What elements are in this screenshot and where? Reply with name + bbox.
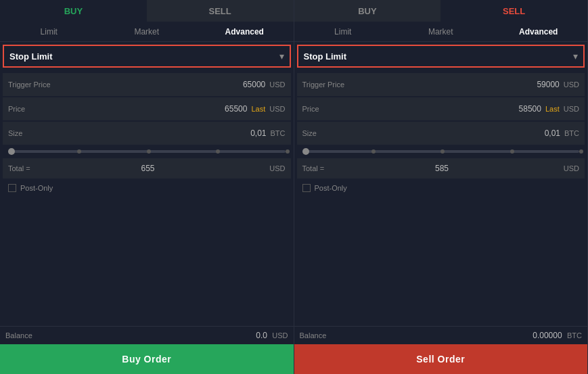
right-buy-tab[interactable]: BUY [294, 0, 441, 22]
left-balance-tag: USD [272, 331, 288, 340]
right-price-row: Price 58500 Last USD [297, 97, 585, 120]
left-slider-pip-2 [147, 149, 151, 154]
right-post-only-checkbox[interactable] [302, 184, 311, 192]
left-price-row: Price 65500 Last USD [3, 97, 291, 120]
left-market-tab[interactable]: Market [98, 22, 196, 41]
left-slider-pip-4 [286, 149, 290, 154]
left-price-tag: USD [269, 105, 285, 113]
right-price-label: Price [302, 105, 519, 113]
right-slider-handle[interactable] [302, 148, 309, 155]
left-bottom-section: Balance 0.0 USD Buy Order [0, 326, 294, 374]
left-tab-row: BUY SELL [0, 0, 294, 22]
right-balance-row: Balance 0.00000 BTC [294, 326, 588, 344]
left-buy-tab[interactable]: BUY [0, 0, 147, 22]
right-total-value: 585 [435, 164, 449, 173]
right-slider-pip-4 [579, 149, 583, 154]
right-tab-row: BUY SELL [294, 0, 588, 22]
right-trigger-price-row: Trigger Price 59000 USD [297, 73, 585, 96]
right-slider-row[interactable] [297, 146, 585, 157]
right-trigger-price-tag: USD [564, 80, 579, 89]
right-trigger-price-value[interactable]: 59000 [537, 80, 559, 89]
right-price-value[interactable]: 58500 [519, 104, 541, 114]
left-price-value[interactable]: 65500 [225, 104, 247, 114]
right-slider-pip-3 [510, 149, 514, 154]
left-order-type-row: Limit Market Advanced [0, 22, 294, 42]
left-size-label: Size [8, 129, 250, 137]
right-bottom-section: Balance 0.00000 BTC Sell Order [294, 326, 588, 374]
left-balance-amount: 0.0 USD [256, 331, 288, 340]
right-slider-pip-2 [440, 149, 445, 154]
left-limit-tab[interactable]: Limit [0, 22, 98, 41]
right-total-label: Total = [302, 164, 325, 172]
left-trigger-price-label: Trigger Price [8, 80, 243, 89]
left-stop-limit-label: Stop Limit [9, 51, 53, 62]
right-balance-tag: BTC [567, 331, 582, 340]
right-size-label: Size [302, 129, 545, 137]
right-advanced-tab[interactable]: Advanced [490, 22, 588, 41]
left-sell-tab[interactable]: SELL [147, 0, 294, 22]
right-total-row: Total = 585 USD [297, 158, 585, 179]
left-slider-row[interactable] [3, 146, 291, 157]
right-balance-amount: 0.00000 BTC [533, 331, 582, 340]
right-slider-track[interactable] [302, 150, 580, 153]
right-trigger-price-label: Trigger Price [302, 80, 537, 89]
right-size-row: Size 0,01 BTC [297, 122, 585, 145]
left-balance-label: Balance [5, 331, 32, 340]
left-slider-handle[interactable] [8, 148, 15, 155]
right-balance-label: Balance [300, 331, 327, 340]
right-size-value[interactable]: 0,01 [545, 128, 560, 138]
left-advanced-tab[interactable]: Advanced [196, 22, 294, 41]
right-post-only-row: Post-Only [297, 180, 585, 196]
right-size-tag: BTC [564, 129, 579, 137]
left-size-tag: BTC [271, 129, 286, 137]
right-total-tag: USD [564, 164, 579, 172]
left-price-label: Price [8, 105, 225, 113]
left-balance-value: 0.0 [256, 331, 267, 340]
left-size-value[interactable]: 0,01 [250, 128, 266, 138]
right-post-only-label: Post-Only [315, 184, 347, 192]
right-stop-limit-label: Stop Limit [304, 51, 347, 62]
left-trigger-price-value[interactable]: 65000 [243, 80, 265, 89]
right-price-tag: USD [564, 105, 579, 113]
buy-order-button[interactable]: Buy Order [0, 344, 294, 374]
left-chevron-icon: ▾ [279, 51, 284, 62]
left-form-section: Trigger Price 65000 USD Price 65500 Last… [0, 70, 294, 326]
left-panel: BUY SELL Limit Market Advanced Stop Limi… [0, 0, 294, 374]
right-order-type-row: Limit Market Advanced [294, 22, 588, 42]
left-post-only-row: Post-Only [3, 180, 291, 196]
left-slider-pip-3 [216, 149, 220, 154]
left-total-label: Total = [8, 164, 30, 172]
right-market-tab[interactable]: Market [392, 22, 490, 41]
left-slider-track[interactable] [8, 150, 286, 153]
left-slider-pip-1 [77, 149, 81, 154]
right-chevron-icon: ▾ [573, 51, 578, 62]
left-price-last-tag: Last [251, 105, 265, 113]
right-stop-limit-bar[interactable]: Stop Limit ▾ [297, 45, 585, 68]
left-size-row: Size 0,01 BTC [3, 122, 291, 145]
left-post-only-label: Post-Only [20, 184, 53, 192]
right-form-section: Trigger Price 59000 USD Price 58500 Last… [294, 70, 588, 326]
left-balance-row: Balance 0.0 USD [0, 326, 294, 344]
left-total-row: Total = 655 USD [3, 158, 291, 179]
right-sell-tab[interactable]: SELL [440, 0, 587, 22]
left-total-tag: USD [269, 164, 285, 172]
left-total-value: 655 [141, 164, 154, 173]
left-stop-limit-bar[interactable]: Stop Limit ▾ [3, 45, 291, 68]
left-trigger-price-tag: USD [269, 80, 285, 89]
sell-order-button[interactable]: Sell Order [294, 344, 588, 374]
right-balance-value: 0.00000 [533, 331, 562, 340]
right-slider-pip-1 [371, 149, 376, 154]
right-price-last-tag: Last [545, 105, 560, 113]
right-limit-tab[interactable]: Limit [294, 22, 392, 41]
left-post-only-checkbox[interactable] [8, 184, 16, 192]
left-trigger-price-row: Trigger Price 65000 USD [3, 73, 291, 96]
right-panel: BUY SELL Limit Market Advanced Stop Limi… [294, 0, 589, 374]
